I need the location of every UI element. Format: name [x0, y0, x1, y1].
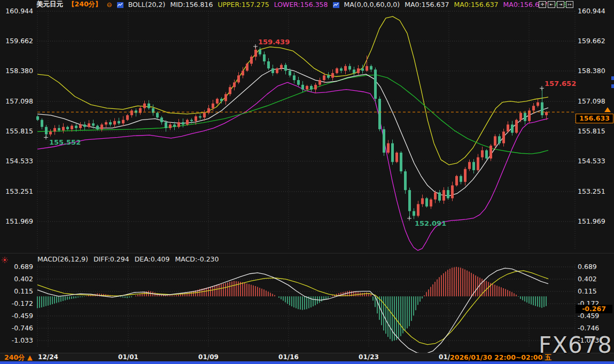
candle: [498, 136, 501, 143]
macd-tick-right: 0.115: [578, 287, 613, 296]
candle: [83, 124, 86, 126]
candle: [173, 124, 176, 126]
candle: [434, 192, 437, 199]
extreme-price-label: 152.091: [415, 219, 446, 227]
macd-macd-value: MACD:-0.230: [175, 255, 219, 263]
candle: [361, 68, 364, 70]
macd-tick-right: 0.402: [578, 275, 613, 283]
candle: [130, 110, 133, 115]
macd-tick-right: -0.746: [578, 324, 613, 333]
candle: [267, 61, 270, 68]
candle: [109, 122, 112, 124]
zoom-left-icon[interactable]: ⇤: [548, 1, 555, 8]
extreme-price-label: 157.652: [545, 80, 576, 88]
date-tick: 01/16: [273, 353, 305, 361]
macd-header: MACD(26,12,9) DIFF:0.294 DEA:0.409 MACD:…: [37, 255, 219, 263]
boll-label: BOLL(20,2): [128, 1, 166, 9]
date-tick: 01/01: [112, 353, 144, 361]
candle: [541, 102, 543, 115]
candle: [66, 127, 69, 129]
price-tick-left: 157.098: [0, 97, 33, 106]
candle: [331, 73, 334, 78]
candle: [357, 68, 360, 73]
price-tick-right: 159.662: [578, 37, 613, 45]
candle: [438, 192, 441, 200]
candle: [224, 94, 227, 101]
boll-mid-line: [37, 68, 548, 196]
macd-tick-left: -0.459: [0, 312, 33, 320]
collapse-icon[interactable]: ⊖: [107, 1, 112, 9]
candle: [477, 157, 479, 170]
candle: [242, 71, 244, 76]
candle: [284, 65, 287, 71]
macd-tick-left: -1.033: [0, 336, 33, 345]
popout-icon[interactable]: ↦: [566, 1, 573, 8]
candle: [186, 120, 189, 125]
candle: [297, 80, 300, 85]
candle: [126, 115, 129, 120]
indicator-settings-icon[interactable]: [2, 255, 8, 265]
crosshair-icon[interactable]: ✛: [539, 1, 546, 8]
candle: [451, 185, 454, 198]
candle: [545, 112, 548, 115]
price-tick-left: 154.533: [0, 157, 33, 165]
scale-handle-icon[interactable]: [611, 84, 614, 88]
candle: [259, 50, 261, 54]
ma0-yellow-value: MA0:156.637: [454, 1, 498, 9]
current-macd-pill: -0.267: [576, 305, 612, 313]
scale-handle-icon[interactable]: [611, 76, 614, 80]
candle: [404, 171, 407, 190]
candle: [301, 85, 304, 90]
zoom-right-icon[interactable]: ⇥: [557, 1, 564, 8]
candle: [100, 124, 103, 129]
period-label[interactable]: 【240分】: [68, 0, 102, 9]
candle: [383, 129, 385, 153]
candle: [489, 146, 492, 159]
current-price-pill: 156.633: [576, 114, 613, 123]
candle: [160, 117, 163, 122]
candle: [464, 169, 467, 182]
candle: [233, 82, 236, 87]
price-tick-left: 159.662: [0, 37, 33, 45]
candle: [190, 120, 193, 121]
macd-tick-left: -0.746: [0, 324, 33, 333]
candle: [378, 99, 381, 129]
candle: [391, 143, 394, 162]
candle: [250, 57, 253, 64]
price-tick-right: 157.098: [578, 97, 613, 106]
candle: [147, 104, 150, 108]
candlestick-chart-canvas[interactable]: 155.552159.439152.091157.652: [0, 0, 614, 364]
price-tick-left: 155.815: [0, 127, 33, 136]
macd-tick-left: 0.402: [0, 275, 33, 283]
candle: [71, 126, 73, 130]
boll-indicator-icon[interactable]: [117, 2, 123, 7]
ma-indicator-icon[interactable]: [333, 2, 339, 7]
candle: [340, 68, 343, 70]
candle: [524, 113, 526, 121]
candle: [421, 198, 424, 204]
candle: [314, 85, 317, 90]
macd-tick-right: 0.689: [578, 263, 613, 271]
candle: [220, 99, 223, 101]
candle: [62, 127, 65, 131]
chart-window: 155.552159.439152.091157.652 美元日元 【240分】…: [0, 0, 614, 364]
candle: [494, 136, 496, 146]
candle: [519, 113, 522, 120]
bottom-scrollbar[interactable]: [0, 361, 614, 364]
date-tick: 01/09: [192, 353, 224, 361]
price-tick-left: 158.380: [0, 67, 33, 75]
boll-upper-line: [37, 17, 548, 165]
candle: [353, 69, 355, 73]
ma0-white-value: MA0:156.637: [405, 1, 449, 9]
candle: [79, 124, 82, 128]
candle: [122, 120, 125, 124]
date-tick: 12/24: [32, 353, 64, 361]
macd-diff-value: DIFF:0.294: [94, 255, 129, 263]
macd-tick-left: 0.115: [0, 287, 33, 296]
date-tick: 01/23: [353, 353, 385, 361]
candle: [203, 113, 206, 117]
candle: [92, 123, 95, 125]
price-up-arrow-icon: [604, 107, 611, 112]
symbol-label: 美元日元: [36, 0, 63, 9]
candle: [53, 128, 56, 132]
